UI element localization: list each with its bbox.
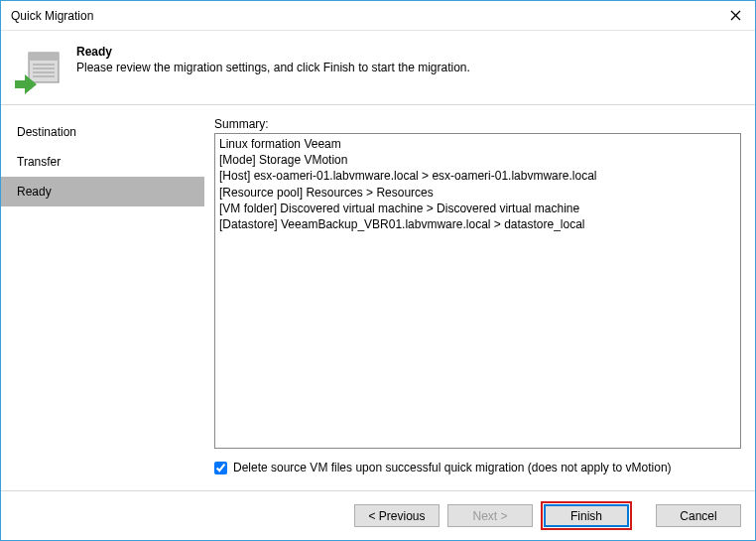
cancel-button[interactable]: Cancel — [656, 504, 741, 527]
sidebar-item-transfer[interactable]: Transfer — [1, 147, 204, 177]
migration-icon — [15, 51, 63, 90]
finish-highlight: Finish — [541, 501, 632, 530]
header-text: Ready Please review the migration settin… — [76, 43, 745, 74]
summary-textarea[interactable]: Linux formation Veeam [Mode] Storage VMo… — [214, 133, 741, 449]
summary-line: Linux formation Veeam — [219, 136, 736, 152]
header: Ready Please review the migration settin… — [1, 31, 755, 105]
previous-button[interactable]: < Previous — [354, 504, 440, 527]
sidebar-item-destination[interactable]: Destination — [1, 117, 204, 147]
close-icon[interactable] — [725, 6, 745, 26]
sidebar: Destination Transfer Ready — [1, 105, 204, 490]
wizard-window: Quick Migration Ready Please review the … — [0, 0, 756, 541]
delete-source-checkbox-row: Delete source VM files upon successful q… — [214, 449, 741, 480]
summary-line: [VM folder] Discovered virtual machine >… — [219, 201, 736, 216]
header-title: Ready — [76, 45, 745, 59]
summary-line: [Datastore] VeeamBackup_VBR01.labvmware.… — [219, 216, 736, 232]
summary-line: [Resource pool] Resources > Resources — [219, 185, 736, 201]
titlebar: Quick Migration — [1, 1, 755, 31]
svg-rect-3 — [29, 53, 59, 61]
window-title: Quick Migration — [11, 9, 725, 23]
summary-line: [Host] esx-oameri-01.labvmware.local > e… — [219, 168, 736, 184]
header-subtitle: Please review the migration settings, an… — [76, 61, 745, 74]
summary-label: Summary: — [214, 117, 741, 131]
main-panel: Summary: Linux formation Veeam [Mode] St… — [204, 105, 755, 490]
delete-source-checkbox[interactable] — [214, 462, 227, 474]
summary-line: [Mode] Storage VMotion — [219, 152, 736, 168]
body: Destination Transfer Ready Summary: Linu… — [1, 105, 755, 490]
next-button: Next > — [447, 504, 533, 527]
delete-source-label[interactable]: Delete source VM files upon successful q… — [233, 461, 672, 474]
footer: < Previous Next > Finish Cancel — [1, 490, 755, 540]
sidebar-item-ready[interactable]: Ready — [1, 177, 204, 206]
finish-button[interactable]: Finish — [544, 504, 629, 527]
